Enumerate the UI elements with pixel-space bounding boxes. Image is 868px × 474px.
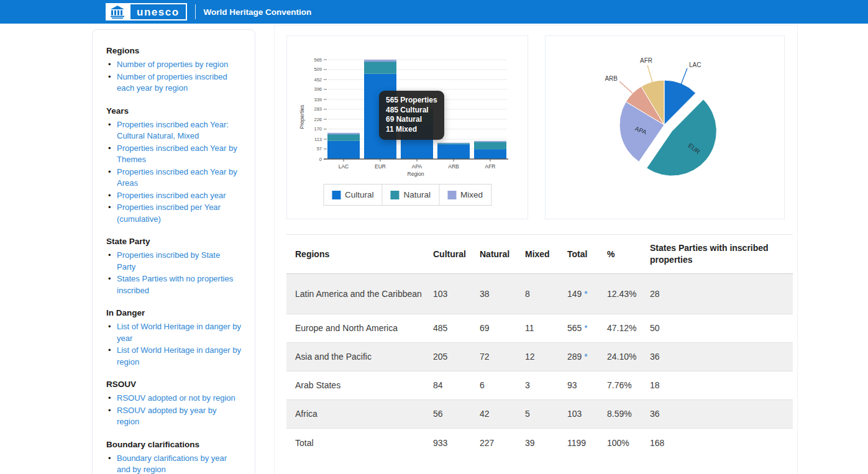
- total-footnote-star[interactable]: *: [584, 289, 587, 299]
- cell-region: Africa: [286, 400, 433, 429]
- y-tick-label: 226: [314, 117, 322, 122]
- sidebar-link[interactable]: States Parties with no properties inscri…: [117, 274, 233, 295]
- sidebar: RegionsNumber of properties by regionNum…: [92, 29, 255, 474]
- sidebar-link[interactable]: Number of properties inscribed each year…: [117, 72, 227, 93]
- bar-chart-card: 057113170226283339396452509565LACEURAPAA…: [286, 35, 528, 219]
- bar-segment-arb-natural[interactable]: [437, 144, 470, 145]
- unesco-wordmark-box: unesco: [129, 3, 187, 21]
- legend-item-cultural[interactable]: Cultural: [324, 185, 383, 205]
- unesco-logo[interactable]: unesco World Heritage Convention: [106, 3, 311, 21]
- cultural-swatch-icon: [332, 191, 340, 199]
- table-total-row: Total933227391199100%168: [286, 429, 793, 458]
- bar-segment-lac-natural[interactable]: [327, 134, 360, 141]
- sidebar-link[interactable]: Properties inscribed each Year: Cultural…: [117, 120, 229, 141]
- sidebar-list-item: Properties inscribed each Year: Cultural…: [106, 119, 241, 142]
- table-row: Arab States8463937.76%18: [286, 371, 793, 400]
- pie-label-lac: LAC: [689, 62, 701, 68]
- sidebar-link[interactable]: Number of properties by region: [117, 60, 228, 69]
- y-tick-label: 113: [314, 137, 322, 142]
- bar-segment-arb-mixed[interactable]: [437, 143, 470, 144]
- table-row: Africa564251038.59%36: [286, 400, 793, 429]
- sidebar-list-item: Properties inscribed each Year by Themes: [106, 143, 241, 166]
- sidebar-link[interactable]: List of World Heritage in danger by regi…: [117, 345, 241, 367]
- unesco-temple-icon: [106, 3, 129, 21]
- site-title: World Heritage Convention: [204, 7, 312, 17]
- cell-states: 36: [650, 400, 793, 429]
- sidebar-section-title: Regions: [106, 46, 241, 55]
- bar-segment-eur-mixed[interactable]: [364, 60, 396, 62]
- sidebar-list-item: List of World Heritage in danger by regi…: [106, 345, 241, 368]
- sidebar-link[interactable]: Properties inscribed per Year (cumulativ…: [117, 203, 221, 224]
- sidebar-list-item: States Parties with no properties inscri…: [106, 273, 241, 296]
- column-header-total: Total: [567, 235, 607, 274]
- table-header-row: RegionsCulturalNaturalMixedTotal%States …: [286, 235, 793, 274]
- x-tick-label: LAC: [339, 163, 349, 170]
- cell-cultural: 205: [433, 343, 480, 371]
- table-body: Latin America and the Caribbean103388149…: [286, 274, 793, 458]
- sidebar-section-title: RSOUV: [106, 380, 241, 389]
- cell-natural: 69: [480, 314, 525, 343]
- cell-percent: 12.43%: [607, 274, 650, 314]
- sidebar-link[interactable]: Properties inscribed each year: [117, 191, 226, 200]
- sidebar-list-item: Properties inscribed each Year by Areas: [106, 166, 241, 189]
- cell-region: Total: [286, 429, 433, 458]
- bar-segment-eur-natural[interactable]: [364, 62, 396, 74]
- sidebar-list-item: Properties inscribed each year: [106, 190, 241, 202]
- sidebar-section-list: Properties inscribed each Year: Cultural…: [106, 119, 241, 226]
- cell-mixed: 12: [525, 343, 567, 371]
- total-footnote-star[interactable]: *: [584, 352, 587, 362]
- total-footnote-star[interactable]: *: [584, 323, 587, 333]
- sidebar-list-item: List of World Heritage in danger by year: [106, 321, 241, 344]
- sidebar-list-item: Properties inscribed by State Party: [106, 250, 241, 273]
- pie-label-afr: AFR: [640, 57, 652, 64]
- cell-natural: 6: [480, 371, 525, 400]
- bar-segment-afr-natural[interactable]: [474, 142, 506, 149]
- sidebar-list-item: RSOUV adopted by year by region: [106, 405, 241, 428]
- bar-segment-afr-mixed[interactable]: [474, 141, 506, 142]
- cell-mixed: 39: [525, 429, 567, 458]
- bar-segment-lac-cultural[interactable]: [327, 141, 360, 159]
- page: { "header": { "brand": "unesco", "title"…: [0, 0, 868, 474]
- sidebar-link[interactable]: Properties inscribed by State Party: [117, 250, 220, 271]
- cell-mixed: 11: [525, 314, 567, 343]
- cell-cultural: 485: [433, 314, 480, 343]
- cell-percent: 8.59%: [607, 400, 650, 429]
- cell-percent: 7.76%: [607, 371, 650, 400]
- bar-chart-legend: Cultural Natural Mixed: [323, 184, 491, 206]
- x-tick-label: ARB: [448, 163, 459, 170]
- cell-percent: 100%: [607, 429, 650, 458]
- sidebar-link[interactable]: Properties inscribed each Year by Areas: [117, 167, 237, 188]
- column-header-mixed: Mixed: [525, 235, 567, 274]
- cell-total: 565*: [567, 314, 607, 343]
- cell-natural: 72: [480, 343, 525, 371]
- bar-segment-afr-cultural[interactable]: [474, 149, 506, 159]
- sidebar-link[interactable]: List of World Heritage in danger by year: [117, 322, 241, 343]
- sidebar-list-item: Number of properties inscribed each year…: [106, 71, 241, 94]
- natural-swatch-icon: [390, 191, 399, 199]
- cell-natural: 38: [480, 274, 525, 314]
- legend-item-mixed[interactable]: Mixed: [439, 185, 491, 205]
- cell-cultural: 933: [433, 429, 480, 458]
- regions-table-wrap: RegionsCulturalNaturalMixedTotal%States …: [286, 234, 784, 458]
- cell-cultural: 56: [433, 400, 480, 429]
- cell-cultural: 84: [433, 371, 480, 400]
- pie-leader-line-afr: [647, 65, 652, 82]
- bar-segment-arb-cultural[interactable]: [437, 144, 470, 159]
- mixed-swatch-icon: [447, 191, 456, 199]
- sidebar-list-item: RSOUV adopted or not by region: [106, 393, 241, 404]
- cell-mixed: 3: [525, 371, 567, 400]
- legend-item-natural[interactable]: Natural: [382, 185, 439, 205]
- sidebar-link[interactable]: RSOUV adopted or not by region: [117, 393, 235, 403]
- sidebar-section-list: List of World Heritage in danger by year…: [106, 321, 241, 368]
- legend-label-mixed: Mixed: [460, 190, 483, 199]
- sidebar-link[interactable]: RSOUV adopted by year by region: [117, 406, 216, 427]
- tooltip-line-cultural: 485 Cultural: [386, 106, 437, 116]
- cell-region: Asia and the Pacific: [286, 343, 433, 371]
- cell-total: 93: [567, 371, 607, 400]
- sidebar-link[interactable]: Boundary clarifications by year and by r…: [117, 453, 227, 474]
- bar-segment-lac-mixed[interactable]: [327, 133, 360, 134]
- tooltip-line-natural: 69 Natural: [386, 115, 437, 125]
- sidebar-link[interactable]: Properties inscribed each Year by Themes: [117, 144, 237, 165]
- cell-region: Arab States: [286, 371, 433, 400]
- cell-total: 1199: [567, 429, 607, 458]
